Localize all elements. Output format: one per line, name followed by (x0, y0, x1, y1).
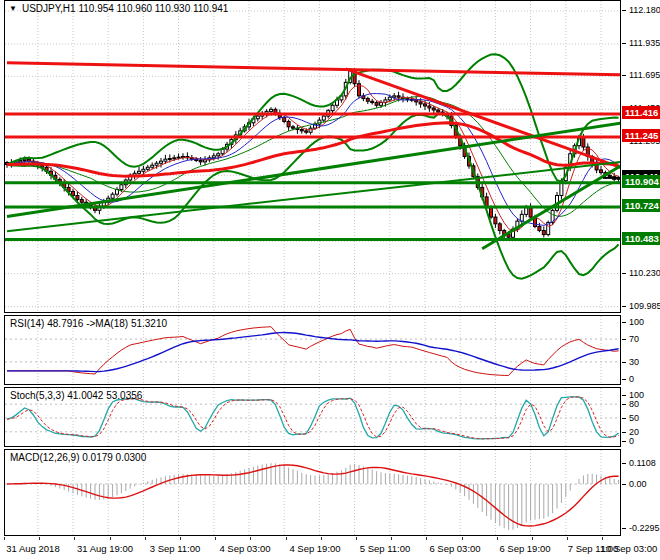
price-tick-label: 112.180 (629, 5, 660, 15)
symbol-dropdown-icon[interactable]: ▼ (9, 3, 17, 15)
time-tick-label: 5 Sep 11:00 (360, 543, 411, 554)
axis-tick-mark (622, 75, 626, 76)
axis-tick-mark (622, 379, 626, 380)
axis-tick-mark (622, 432, 626, 433)
macd-tick-label: 0.1108 (629, 458, 656, 468)
axis-tick-mark (622, 43, 626, 44)
stochastic-panel: Stoch(5,3,3) 41.0042 53.0356 (4, 387, 621, 447)
axis-tick-mark (622, 528, 626, 529)
time-tick-label: 4 Sep 19:00 (289, 543, 340, 554)
price-axis[interactable]: 112.180111.935111.695111.450111.205110.9… (622, 0, 660, 560)
price-tick-label: 110.230 (629, 268, 660, 278)
time-axis[interactable]: 31 Aug 201831 Aug 19:003 Sep 11:004 Sep … (0, 537, 660, 560)
axis-tick-mark (622, 10, 626, 11)
time-tick-label: 31 Aug 19:00 (77, 543, 133, 554)
macd-panel: MACD(12,26,9) 0.0179 0.0300 (4, 449, 621, 536)
macd-indicator-label: MACD(12,26,9) 0.0179 0.0300 (10, 452, 146, 464)
macd-tick-label: -0.2295 (629, 523, 660, 533)
panel-divider[interactable] (0, 311, 660, 315)
time-tick-label: 3 Sep 11:00 (150, 543, 201, 554)
price-tick-label: 109.985 (629, 301, 660, 311)
time-tick-label: 10 Sep 03:00 (601, 543, 658, 554)
time-axis-ticks (4, 537, 621, 540)
support-price-badge: 110.724 (622, 199, 660, 212)
macd-tick-label: 0.00 (629, 479, 647, 489)
axis-tick-mark (622, 463, 626, 464)
time-tick-label: 6 Sep 03:00 (429, 543, 480, 554)
axis-tick-mark (622, 418, 626, 419)
resistance-price-badge: 111.416 (622, 106, 660, 119)
time-tick-label: 6 Sep 19:00 (499, 543, 550, 554)
rsi-indicator-label: RSI(14) 48.7916 ->MA(18) 51.3210 (10, 318, 167, 330)
axis-tick-mark (622, 484, 626, 485)
stoch-tick-label: 80 (629, 399, 639, 409)
axis-tick-mark (622, 273, 626, 274)
panel-divider[interactable] (0, 383, 660, 387)
chart-title: USDJPY,H1 110.954 110.960 110.930 110.94… (22, 3, 228, 15)
chart-window: ▼ USDJPY,H1 110.954 110.960 110.930 110.… (0, 0, 660, 560)
price-tick-label: 111.935 (629, 38, 660, 48)
axis-tick-mark (622, 395, 626, 396)
stochastic-indicator-label: Stoch(5,3,3) 41.0042 53.0356 (10, 390, 142, 402)
support-price-badge: 110.483 (622, 232, 660, 245)
panel-divider[interactable] (0, 445, 660, 449)
axis-tick-mark (622, 339, 626, 340)
axis-tick-mark (622, 441, 626, 442)
axis-tick-mark (622, 306, 626, 307)
rsi-tick-label: 100 (629, 317, 644, 327)
price-tick-label: 111.695 (629, 70, 660, 80)
time-tick-label: 31 Aug 2018 (6, 543, 59, 554)
time-tick-label: 4 Sep 03:00 (219, 543, 270, 554)
chart-title-bar: ▼ USDJPY,H1 110.954 110.960 110.930 110.… (9, 3, 228, 15)
main-chart-canvas[interactable] (5, 1, 620, 312)
main-chart-panel: ▼ USDJPY,H1 110.954 110.960 110.930 110.… (4, 0, 621, 313)
support-price-badge: 110.904 (622, 175, 660, 188)
stoch-tick-label: 50 (629, 413, 639, 423)
axis-tick-mark (622, 404, 626, 405)
rsi-tick-label: 70 (629, 334, 639, 344)
axis-tick-mark (622, 362, 626, 363)
resistance-price-badge: 111.245 (622, 129, 660, 142)
axis-tick-mark (622, 322, 626, 323)
rsi-tick-label: 30 (629, 357, 639, 367)
rsi-panel: RSI(14) 48.7916 ->MA(18) 51.3210 (4, 315, 621, 385)
